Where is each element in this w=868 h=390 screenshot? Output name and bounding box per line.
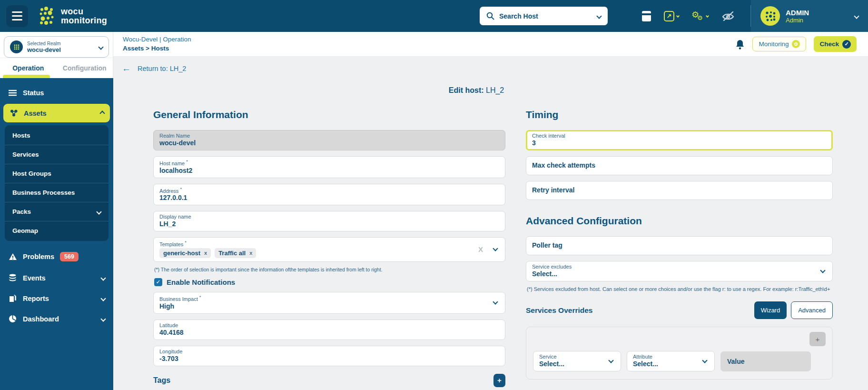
chevron-down-icon [100, 296, 106, 301]
sidebar-menu: Status Assets Hosts Services Host Gro [0, 78, 113, 390]
business-impact-select[interactable]: Business Impact * High [153, 292, 505, 314]
sidebar-item-label: Reports [23, 295, 49, 302]
sidebar-item-dashboard[interactable]: Dashboard [0, 309, 113, 329]
retry-interval-field[interactable]: Retry interval [526, 181, 833, 200]
display-name-field[interactable]: Display name LH_2 [153, 211, 505, 231]
realm-icon [10, 40, 23, 53]
sidebar-item-problems[interactable]: Problems 569 [0, 246, 113, 268]
chevron-down-icon [596, 13, 602, 19]
remove-chip-icon[interactable]: x [249, 250, 252, 256]
check-button[interactable]: Check ✓ [814, 36, 857, 52]
admin-user-menu[interactable]: ADMIN Admin [751, 0, 868, 32]
wizard-button[interactable]: Wizard [754, 301, 787, 319]
monitoring-button[interactable]: Monitoring [752, 37, 806, 51]
external-link-button[interactable]: ↗ [664, 11, 679, 21]
breadcrumb-path: Assets > Hosts [123, 44, 191, 53]
sidebar-top: Selected Realm wocu-devel Operation Conf… [0, 32, 113, 78]
bell-icon[interactable] [735, 39, 745, 50]
enable-notifications-row: ✓ Enable Notifications [154, 278, 505, 286]
host-name-value: localhost2 [159, 167, 499, 174]
search-host-dropdown[interactable]: Search Host [480, 7, 608, 25]
selected-realm-dropdown[interactable]: Selected Realm wocu-devel [4, 36, 109, 58]
realm-value: wocu-devel [27, 46, 95, 53]
sidebar-item-geomap[interactable]: Geomap [5, 221, 108, 240]
breadcrumb-realm-link[interactable]: Wocu-Devel | Operation [123, 35, 191, 44]
clear-templates-icon[interactable]: X [478, 245, 483, 253]
check-button-label: Check [819, 40, 839, 48]
sidebar-tabs: Operation Configuration [0, 58, 113, 78]
external-link-icon: ↗ [664, 11, 674, 21]
template-chip: Traffic all x [215, 248, 256, 258]
sidebar-item-assets[interactable]: Assets [3, 104, 110, 122]
check-interval-field[interactable]: Check interval 3 [526, 130, 833, 150]
book-icon [641, 10, 651, 22]
wocu-logo: wocu monitoring [39, 7, 107, 26]
service-excludes-select[interactable]: Service excludes Select... [526, 261, 833, 281]
assets-nodes-icon [9, 109, 18, 117]
settings-gears-button[interactable]: ⚙⚙ [691, 10, 709, 22]
return-link[interactable]: ← Return to: LH_2 [120, 63, 833, 74]
add-tag-button[interactable]: + [493, 374, 505, 387]
latitude-label: Latitude [159, 322, 499, 328]
enable-notifications-checkbox[interactable]: ✓ [154, 278, 162, 286]
longitude-value: -3.703 [159, 355, 499, 362]
return-link-label: Return to: LH_2 [138, 65, 186, 72]
admin-username: ADMIN [786, 9, 855, 17]
business-impact-value: High [159, 302, 499, 310]
sidebar-item-status[interactable]: Status [0, 83, 113, 103]
sidebar-item-label: Dashboard [23, 315, 59, 323]
sidebar-item-services[interactable]: Services [5, 145, 108, 164]
search-placeholder: Search Host [499, 12, 592, 20]
host-name-field[interactable]: Host name * localhost2 [153, 156, 505, 178]
sidebar-item-label: Status [23, 89, 44, 97]
max-check-attempts-field[interactable]: Max check attempts [526, 156, 833, 175]
advanced-configuration-title: Advanced Configuration [526, 215, 833, 227]
realm-name-field: Realm Name wocu-devel [153, 130, 505, 150]
tab-operation[interactable]: Operation [0, 58, 57, 78]
chevron-down-icon [706, 14, 709, 18]
address-label: Address [159, 188, 178, 193]
hide-view-button[interactable] [721, 10, 735, 22]
sidebar-item-host-groups[interactable]: Host Groups [5, 164, 108, 183]
sidebar-item-hosts[interactable]: Hosts [5, 126, 108, 145]
status-list-icon [8, 90, 17, 96]
address-field[interactable]: Address * 127.0.0.1 [153, 184, 505, 206]
breadcrumb: Wocu-Devel | Operation Assets > Hosts [123, 35, 191, 52]
hamburger-menu-button[interactable] [6, 5, 28, 27]
enable-notifications-label: Enable Notifications [167, 278, 235, 286]
sidebar-item-reports[interactable]: Reports [0, 288, 113, 309]
service-excludes-label: Service excludes [532, 264, 827, 270]
templates-field[interactable]: Templates * generic-host x Traffic all x [153, 237, 505, 262]
content-area: ← Return to: LH_2 Edit host: LH_2 Genera… [113, 57, 868, 390]
override-service-select[interactable]: Service Select... [533, 351, 621, 371]
host-name-label: Host name [159, 160, 185, 166]
page-title-label: Edit host: [449, 86, 484, 94]
timing-title: Timing [526, 109, 833, 120]
add-override-button[interactable]: + [809, 332, 826, 346]
service-excludes-note: (*) Services excluded from host. Can sel… [527, 286, 833, 292]
monitoring-eye-icon [792, 40, 800, 48]
longitude-field[interactable]: Longitude -3.703 [153, 346, 505, 366]
sidebar: Selected Realm wocu-devel Operation Conf… [0, 32, 113, 390]
override-attribute-label: Attribute [633, 354, 709, 360]
page-title-value: LH_2 [486, 86, 504, 94]
problems-count-badge: 569 [60, 252, 79, 261]
tab-configuration[interactable]: Configuration [57, 58, 113, 78]
chevron-up-icon [99, 110, 105, 116]
remove-chip-icon[interactable]: x [204, 250, 207, 256]
longitude-label: Longitude [159, 349, 499, 354]
override-service-label: Service [539, 354, 615, 360]
check-interval-value: 3 [532, 139, 827, 147]
chevron-down-icon [676, 14, 680, 18]
display-name-value: LH_2 [159, 220, 499, 228]
sidebar-item-packs[interactable]: Packs [5, 202, 108, 221]
sidebar-item-events[interactable]: Events [0, 268, 113, 288]
sidebar-item-business-processes[interactable]: Business Processes [5, 183, 108, 202]
latitude-field[interactable]: Latitude 40.4168 [153, 320, 505, 340]
docs-book-button[interactable] [641, 10, 651, 22]
template-chip-label: generic-host [163, 250, 200, 257]
override-attribute-select[interactable]: Attribute Select... [627, 351, 715, 371]
poller-tag-field[interactable]: Poller tag [526, 236, 833, 255]
page-title: Edit host: LH_2 [120, 86, 833, 95]
advanced-button[interactable]: Advanced [791, 301, 833, 319]
